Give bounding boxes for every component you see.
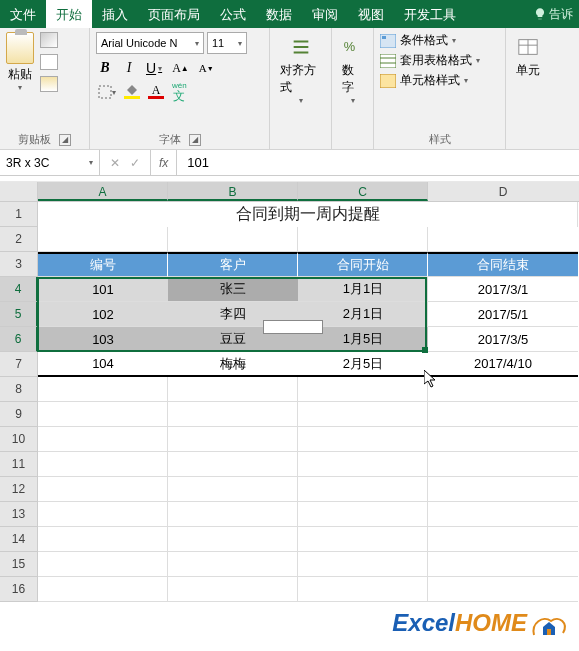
formula-input[interactable]: 101 [177, 155, 579, 170]
cell[interactable] [298, 227, 428, 252]
cell[interactable] [168, 577, 298, 602]
fx-button[interactable]: fx [151, 150, 177, 175]
tab-view[interactable]: 视图 [348, 0, 394, 28]
paste-button[interactable]: 粘贴 ▾ [6, 32, 34, 92]
increase-font-button[interactable]: A▲ [170, 58, 191, 78]
font-dialog-launcher[interactable]: ◢ [189, 134, 201, 146]
decrease-font-button[interactable]: A▼ [197, 58, 216, 78]
cells-button[interactable]: 单元 [512, 32, 544, 83]
cell[interactable] [168, 477, 298, 502]
tab-file[interactable]: 文件 [0, 0, 46, 28]
phonetic-button[interactable]: wén文 [170, 82, 189, 102]
cell[interactable] [38, 502, 168, 527]
row-header-5[interactable]: 5 [0, 302, 38, 327]
fill-color-button[interactable] [122, 82, 142, 102]
cell[interactable] [428, 552, 578, 577]
row-header-12[interactable]: 12 [0, 477, 38, 502]
row-header-10[interactable]: 10 [0, 427, 38, 452]
cell[interactable] [428, 477, 578, 502]
cell-start[interactable]: 2月5日 [298, 352, 428, 377]
cell[interactable] [38, 452, 168, 477]
accept-formula-icon[interactable]: ✓ [130, 156, 140, 170]
cell-start[interactable]: 1月1日 [298, 277, 428, 302]
cell[interactable] [298, 552, 428, 577]
name-box[interactable]: 3R x 3C▾ [0, 150, 100, 175]
cell-style-button[interactable]: 单元格样式▾ [380, 72, 480, 89]
cell[interactable] [298, 427, 428, 452]
cell[interactable] [38, 552, 168, 577]
header-customer[interactable]: 客户 [168, 252, 298, 277]
cell[interactable] [428, 402, 578, 427]
font-size-combo[interactable]: 11▾ [207, 32, 247, 54]
format-painter-button[interactable] [40, 76, 58, 92]
copy-button[interactable] [40, 54, 58, 70]
font-color-button[interactable]: A [146, 82, 166, 102]
cell[interactable] [168, 502, 298, 527]
cell[interactable] [168, 552, 298, 577]
cell[interactable] [298, 452, 428, 477]
header-start[interactable]: 合同开始 [298, 252, 428, 277]
cell[interactable] [168, 227, 298, 252]
cell[interactable] [298, 477, 428, 502]
font-name-combo[interactable]: Arial Unicode N▾ [96, 32, 204, 54]
tab-home[interactable]: 开始 [46, 0, 92, 28]
tab-insert[interactable]: 插入 [92, 0, 138, 28]
cell[interactable] [428, 452, 578, 477]
border-button[interactable]: ▾ [96, 82, 118, 102]
row-header-1[interactable]: 1 [0, 202, 38, 227]
cell[interactable] [38, 577, 168, 602]
cell-id[interactable]: 102 [38, 302, 168, 327]
col-header-d[interactable]: D [428, 182, 578, 201]
cell-id[interactable]: 104 [38, 352, 168, 377]
row-header-6[interactable]: 6 [0, 327, 38, 352]
cell[interactable] [38, 477, 168, 502]
cell[interactable] [168, 427, 298, 452]
tab-review[interactable]: 审阅 [302, 0, 348, 28]
cell[interactable] [38, 377, 168, 402]
cell[interactable] [428, 527, 578, 552]
cell[interactable] [298, 502, 428, 527]
cell[interactable] [428, 227, 578, 252]
cell-start[interactable]: 2月1日 [298, 302, 428, 327]
cells-area[interactable]: 合同到期一周内提醒 编号 客户 合同开始 合同结束 101 张三 1月1日 20… [38, 202, 579, 602]
select-all-corner[interactable] [0, 182, 38, 201]
cell-customer[interactable]: 李四 [168, 302, 298, 327]
cell-customer[interactable]: 梅梅 [168, 352, 298, 377]
col-header-a[interactable]: A [38, 182, 168, 201]
col-header-b[interactable]: B [168, 182, 298, 201]
cell[interactable] [298, 377, 428, 402]
row-header-2[interactable]: 2 [0, 227, 38, 252]
number-format-button[interactable]: % 数字▾ [338, 32, 368, 109]
tab-formulas[interactable]: 公式 [210, 0, 256, 28]
cell-customer[interactable]: 豆豆 [168, 327, 298, 352]
cell-customer[interactable]: 张三 [168, 277, 298, 302]
bold-button[interactable]: B [96, 58, 114, 78]
cell[interactable] [298, 402, 428, 427]
header-end[interactable]: 合同结束 [428, 252, 578, 277]
cell[interactable] [428, 577, 578, 602]
row-header-14[interactable]: 14 [0, 527, 38, 552]
col-header-c[interactable]: C [298, 182, 428, 201]
cell[interactable] [298, 577, 428, 602]
underline-button[interactable]: U▾ [144, 58, 164, 78]
cell[interactable] [168, 527, 298, 552]
cut-button[interactable] [40, 32, 58, 48]
cell[interactable] [168, 377, 298, 402]
cell-end[interactable]: 2017/3/5 [428, 327, 578, 352]
cell-id[interactable]: 103 [38, 327, 168, 352]
cell-end[interactable]: 2017/5/1 [428, 302, 578, 327]
tell-me[interactable]: 告诉 [527, 0, 579, 28]
italic-button[interactable]: I [120, 58, 138, 78]
row-header-9[interactable]: 9 [0, 402, 38, 427]
cell-end[interactable]: 2017/4/10 [428, 352, 578, 377]
cell[interactable] [428, 427, 578, 452]
cell-id[interactable]: 101 [38, 277, 168, 302]
cell[interactable] [168, 452, 298, 477]
cell[interactable] [38, 227, 168, 252]
cell[interactable] [168, 402, 298, 427]
header-id[interactable]: 编号 [38, 252, 168, 277]
cell[interactable] [428, 502, 578, 527]
row-header-13[interactable]: 13 [0, 502, 38, 527]
cell[interactable] [428, 377, 578, 402]
cell[interactable] [298, 527, 428, 552]
